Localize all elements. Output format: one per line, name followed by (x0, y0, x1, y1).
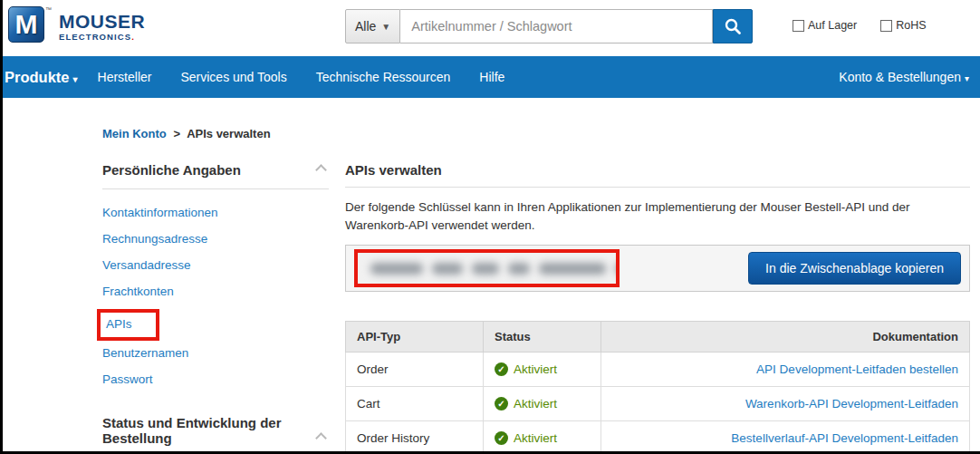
api-type-cell: Order History (346, 421, 484, 451)
chevron-up-icon[interactable] (315, 432, 327, 444)
search-category-dropdown[interactable]: Alle ▼ (345, 9, 400, 43)
checkbox-icon (793, 20, 804, 32)
status-cell: ✓Aktiviert (484, 387, 601, 421)
search-input[interactable] (400, 9, 713, 43)
sidebar-section-order-status: Status und Entwicklung der Bestellung Be… (102, 415, 329, 451)
divider (345, 187, 970, 188)
column-header-status: Status (484, 322, 601, 353)
nav-item-hilfe[interactable]: Hilfe (479, 70, 504, 84)
checkbox-icon (880, 20, 892, 32)
documentation-cell: Warenkorb-API Development-Leitfaden (601, 387, 970, 421)
sidebar-item-rechnungsadresse[interactable]: Rechnungsadresse (102, 230, 329, 247)
trademark-symbol: ™ (45, 6, 52, 13)
sidebar-item-frachtkonten[interactable]: Frachtkonten (102, 283, 329, 300)
search-icon (724, 17, 742, 35)
top-header: M ™ MOUSER ELECTRONICS. Alle ▼ (3, 0, 980, 56)
doc-link-order-history[interactable]: Bestellverlauf-API Development-Leitfaden (731, 431, 958, 445)
check-circle-icon: ✓ (495, 362, 508, 376)
rohs-checkbox[interactable]: RoHS (880, 19, 926, 32)
api-table: API-Typ Status Dokumentation Order ✓Akti… (345, 321, 970, 451)
search-bar: Alle ▼ (345, 9, 753, 43)
search-category-label: Alle (355, 19, 376, 34)
logo-subtitle-dot: . (131, 32, 135, 42)
mouser-logo[interactable]: M ™ MOUSER ELECTRONICS. (8, 6, 145, 43)
breadcrumb-mein-konto-link[interactable]: Mein Konto (102, 127, 167, 140)
sidebar-section-order-title: Status und Entwicklung der Bestellung (102, 415, 329, 446)
api-key-panel: In die Zwischenablage kopieren (345, 245, 970, 292)
api-type-cell: Order (346, 353, 484, 387)
table-row: Order History ✓Aktiviert Bestellverlauf-… (346, 421, 970, 451)
table-row: Cart ✓Aktiviert Warenkorb-API Developmen… (346, 387, 970, 421)
status-cell: ✓Aktiviert (484, 353, 601, 387)
chevron-down-icon: ▾ (73, 74, 78, 84)
column-header-api-typ: API-Typ (346, 322, 484, 353)
header-filters: Auf Lager RoHS (793, 19, 927, 32)
api-type-cell: Cart (346, 387, 484, 421)
copy-to-clipboard-button[interactable]: In die Zwischenablage kopieren (748, 252, 961, 285)
status-label: Aktiviert (514, 362, 557, 376)
rohs-label: RoHS (896, 19, 926, 32)
main-panel: APIs verwalten Der folgende Schlüssel ka… (345, 162, 970, 451)
mouser-m-icon: M (8, 6, 44, 43)
in-stock-checkbox[interactable]: Auf Lager (793, 19, 857, 32)
logo-subtitle-text: ELECTRONICS (59, 32, 131, 42)
api-key-description: Der folgende Schlüssel kann in Ihren App… (345, 198, 970, 234)
nav-item-hersteller[interactable]: Hersteller (98, 70, 152, 84)
nav-account-label: Konto & Bestellungen (839, 70, 961, 84)
sidebar-section-personal-label: Persönliche Angaben (102, 162, 241, 178)
status-label: Aktiviert (514, 431, 557, 445)
nav-produkte-label: Produkte (5, 69, 70, 85)
browser-page: M ™ MOUSER ELECTRONICS. Alle ▼ (3, 0, 980, 451)
page-title: APIs verwalten (345, 162, 970, 178)
table-header-row: API-Typ Status Dokumentation (346, 322, 970, 353)
breadcrumb-current: APIs verwalten (187, 127, 271, 140)
chevron-down-icon: ▾ (965, 73, 969, 83)
main-navigation: Produkte▾ Hersteller Services und Tools … (3, 56, 980, 98)
doc-link-order[interactable]: API Development-Leitfaden bestellen (756, 362, 958, 376)
documentation-cell: Bestellverlauf-API Development-Leitfaden (601, 421, 970, 451)
logo-subtitle: ELECTRONICS. (59, 33, 145, 42)
status-cell: ✓Aktiviert (484, 421, 601, 451)
nav-item-produkte[interactable]: Produkte▾ (5, 69, 78, 86)
breadcrumb: Mein Konto > APIs verwalten (102, 127, 980, 140)
search-button[interactable] (713, 9, 753, 43)
apis-annotation-redbox: APIs (97, 309, 159, 341)
doc-link-cart[interactable]: Warenkorb-API Development-Leitfaden (745, 397, 958, 411)
status-label: Aktiviert (514, 397, 557, 411)
chevron-up-icon[interactable] (315, 164, 327, 176)
sidebar-section-order-label: Status und Entwicklung der Bestellung (102, 415, 282, 446)
nav-account-dropdown[interactable]: Konto & Bestellungen▾ (839, 70, 969, 84)
breadcrumb-separator: > (173, 127, 180, 140)
sidebar-item-apis[interactable]: APIs (106, 315, 132, 333)
nav-item-technische-ressourcen[interactable]: Technische Ressourcen (316, 70, 451, 84)
api-key-value-redacted (370, 263, 620, 275)
check-circle-icon: ✓ (495, 397, 508, 411)
sidebar-item-kontaktinformationen[interactable]: Kontaktinformationen (102, 204, 329, 221)
sidebar-item-passwort[interactable]: Passwort (102, 371, 329, 388)
in-stock-label: Auf Lager (808, 19, 857, 32)
logo-text: MOUSER ELECTRONICS. (59, 12, 145, 42)
nav-item-services-und-tools[interactable]: Services und Tools (180, 70, 286, 84)
sidebar-item-versandadresse[interactable]: Versandadresse (102, 256, 329, 274)
sidebar-section-personal-title: Persönliche Angaben (102, 162, 329, 178)
documentation-cell: API Development-Leitfaden bestellen (601, 353, 970, 387)
check-circle-icon: ✓ (495, 431, 508, 445)
divider (102, 188, 329, 189)
account-sidebar: Persönliche Angaben Kontaktinformationen… (102, 162, 329, 451)
table-row: Order ✓Aktiviert API Development-Leitfad… (346, 353, 970, 387)
sidebar-item-benutzernamen[interactable]: Benutzernamen (102, 344, 329, 362)
api-key-annotation-redbox (354, 249, 620, 287)
logo-brand: MOUSER (59, 12, 145, 31)
chevron-down-icon: ▼ (381, 22, 390, 32)
content-area: Persönliche Angaben Kontaktinformationen… (3, 162, 980, 451)
column-header-dokumentation: Dokumentation (601, 322, 970, 353)
